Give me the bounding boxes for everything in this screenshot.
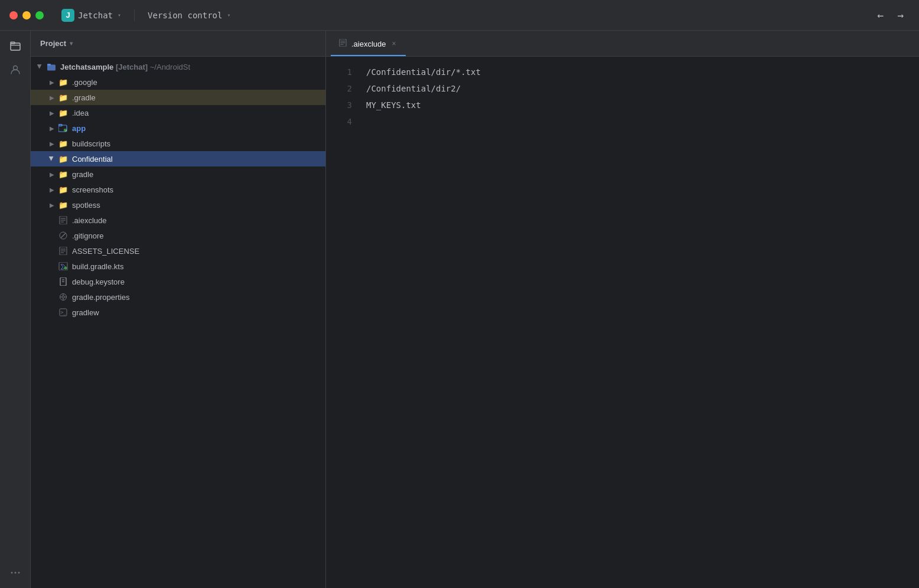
line-number-1: 1 — [326, 64, 352, 80]
panel-title-chevron: ▾ — [70, 40, 73, 47]
gitignore-label: .gitignore — [72, 231, 103, 240]
close-button[interactable] — [9, 11, 18, 19]
app-folder-icon: ✓ — [58, 123, 69, 133]
code-line-2: /Confidential/dir2/ — [366, 80, 919, 97]
screenshots-chevron-icon: ▶ — [47, 185, 57, 194]
idea-chevron-icon: ▶ — [47, 108, 57, 117]
tree-root[interactable]: ▶ Jetchatsample [Jetchat] ~/AndroidSt — [31, 59, 325, 74]
tree-item-aiexclude[interactable]: ▶ .aiexclude — [31, 213, 325, 228]
assets-license-label: ASSETS_LICENSE — [72, 247, 139, 256]
tree-item-spotless[interactable]: ▶ 📁 spotless — [31, 197, 325, 213]
confidential-folder-icon: 📁 — [58, 153, 69, 164]
tree-item-gradle[interactable]: ▶ 📁 gradle — [31, 166, 325, 182]
svg-point-4 — [14, 572, 16, 574]
screenshots-label: screenshots — [72, 185, 113, 194]
code-line-3: MY_KEYS.txt — [366, 97, 919, 113]
app-label: app — [72, 124, 86, 133]
buildscripts-label: buildscripts — [72, 139, 110, 148]
gradle-folder-icon: 📁 — [58, 169, 69, 179]
svg-text:>_: >_ — [61, 310, 67, 315]
tree-item-gitignore[interactable]: ▶ .gitignore — [31, 228, 325, 243]
tab-icon-aiexclude — [339, 39, 347, 48]
tree-item-confidential[interactable]: ▶ 📁 Confidential — [31, 151, 325, 166]
tree-item-assets-license[interactable]: ▶ ASSETS_LICENSE — [31, 243, 325, 259]
code-line-1: /Confidential/dir/*.txt — [366, 64, 919, 80]
root-name: Jetchatsample [Jetchat] ~/AndroidSt — [60, 63, 190, 71]
confidential-label: Confidential — [72, 155, 113, 164]
sidebar-icon-more[interactable] — [5, 562, 26, 583]
panel-content[interactable]: ▶ Jetchatsample [Jetchat] ~/AndroidSt ▶ … — [31, 57, 325, 588]
root-chevron-icon: ▶ — [35, 62, 45, 71]
gradle-hidden-chevron-icon: ▶ — [47, 93, 57, 102]
debug-keystore-file-icon — [58, 276, 69, 287]
version-control-button[interactable]: Version control ▾ — [142, 8, 236, 22]
code-editor[interactable]: /Confidential/dir/*.txt /Confidential/di… — [361, 57, 919, 588]
app-name-label: Jetchat — [78, 11, 113, 20]
main-layout: Project ▾ ▶ Jetchatsample [Jetchat] ~/An… — [0, 31, 919, 588]
build-gradle-label: build.gradle.kts — [72, 262, 123, 271]
tree-item-idea[interactable]: ▶ 📁 .idea — [31, 105, 325, 120]
svg-point-24 — [64, 267, 67, 270]
nav-buttons: ← → — [872, 6, 910, 24]
tree-item-gradle-hidden[interactable]: ▶ 📁 .gradle — [31, 90, 325, 105]
line-number-4: 4 — [326, 113, 352, 130]
project-panel: Project ▾ ▶ Jetchatsample [Jetchat] ~/An… — [31, 31, 326, 588]
svg-point-3 — [11, 572, 12, 574]
editor-area: .aiexclude × 1 2 3 4 /Confidential/dir/*… — [326, 31, 919, 588]
tree-item-screenshots[interactable]: ▶ 📁 screenshots — [31, 182, 325, 197]
google-chevron-icon: ▶ — [47, 77, 57, 87]
editor-content[interactable]: 1 2 3 4 /Confidential/dir/*.txt /Confide… — [326, 57, 919, 588]
tab-close-button[interactable]: × — [391, 38, 397, 49]
svg-point-5 — [18, 572, 19, 574]
debug-keystore-label: debug.keystore — [72, 277, 125, 286]
gradlew-file-icon: >_ — [58, 307, 69, 318]
svg-text:✓: ✓ — [65, 129, 67, 132]
app-switcher-button[interactable]: J Jetchat ▾ — [56, 6, 127, 24]
tree-item-gradlew[interactable]: ▶ >_ gradlew — [31, 305, 325, 320]
tab-bar: .aiexclude × — [326, 31, 919, 57]
gradle-properties-label: gradle.properties — [72, 293, 130, 302]
line-number-3: 3 — [326, 97, 352, 113]
forward-button[interactable]: → — [892, 6, 910, 24]
tree-item-gradle-properties[interactable]: ▶ gradle.properties — [31, 289, 325, 305]
panel-header: Project ▾ — [31, 31, 325, 57]
app-icon: J — [61, 9, 74, 22]
tab-label-aiexclude: .aiexclude — [351, 40, 386, 48]
spotless-folder-icon: 📁 — [58, 200, 69, 210]
icon-sidebar — [0, 31, 31, 588]
idea-label: .idea — [72, 109, 89, 117]
spotless-chevron-icon: ▶ — [47, 200, 57, 210]
buildscripts-chevron-icon: ▶ — [47, 139, 57, 148]
titlebar: J Jetchat ▾ Version control ▾ ← → — [0, 0, 919, 31]
panel-title: Project ▾ — [40, 39, 73, 48]
tree-item-app[interactable]: ▶ ✓ app — [31, 120, 325, 136]
gradle-chevron-icon: ▶ — [47, 169, 57, 179]
tree-item-google[interactable]: ▶ 📁 .google — [31, 74, 325, 90]
back-button[interactable]: ← — [872, 6, 889, 24]
tree-item-debug-keystore[interactable]: ▶ debug.keystore — [31, 274, 325, 289]
titlebar-separator — [134, 9, 135, 21]
confidential-chevron-icon: ▶ — [47, 154, 57, 164]
root-branch: [Jetchat] ~/AndroidSt — [116, 63, 190, 71]
gradle-label: gradle — [72, 170, 93, 179]
gradle-hidden-folder-icon: 📁 — [58, 92, 69, 103]
app-chevron-icon: ▶ — [47, 123, 57, 133]
sidebar-icon-project[interactable] — [5, 35, 26, 57]
build-gradle-file-icon — [58, 261, 69, 272]
svg-line-18 — [61, 233, 66, 238]
tree-item-build-gradle[interactable]: ▶ build.gradle.kts — [31, 259, 325, 274]
maximize-button[interactable] — [35, 11, 44, 19]
buildscripts-folder-icon: 📁 — [58, 138, 69, 149]
tab-aiexclude[interactable]: .aiexclude × — [331, 34, 406, 56]
vc-chevron-icon: ▾ — [227, 12, 230, 18]
screenshots-folder-icon: 📁 — [58, 184, 69, 195]
spotless-label: spotless — [72, 201, 100, 210]
sidebar-icon-people[interactable] — [5, 59, 26, 80]
tree-item-buildscripts[interactable]: ▶ 📁 buildscripts — [31, 136, 325, 151]
gradle-properties-file-icon — [58, 292, 69, 302]
svg-point-29 — [62, 296, 64, 298]
minimize-button[interactable] — [22, 11, 31, 19]
gradle-hidden-label: .gradle — [72, 93, 96, 102]
gitignore-file-icon — [58, 230, 69, 241]
google-folder-icon: 📁 — [58, 77, 69, 87]
